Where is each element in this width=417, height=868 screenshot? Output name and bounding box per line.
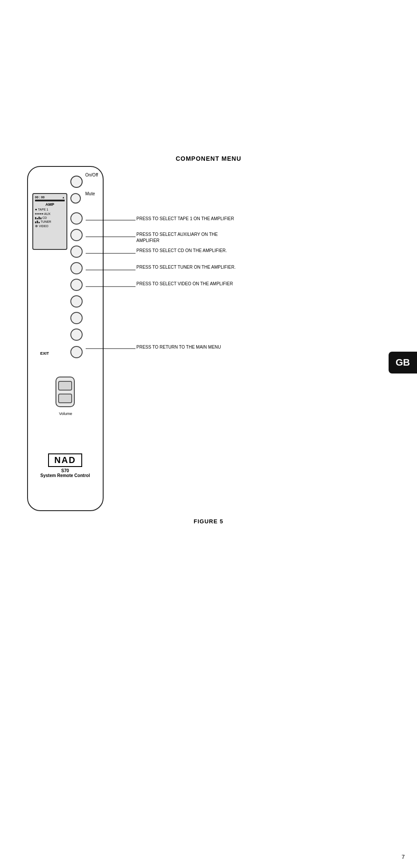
mute-button[interactable]: [70, 193, 81, 204]
callout-cd: PRESS TO SELECT CD ON THE AMPLIFIER.: [136, 248, 227, 254]
extra-button-2[interactable]: [70, 312, 83, 324]
display-tape-row: ● TAPE 1: [35, 207, 65, 211]
volume-up-btn[interactable]: [58, 381, 72, 391]
mute-label: Mute: [85, 191, 95, 196]
display-tuner: TUNER: [41, 220, 51, 223]
display-tape: TAPE 1: [38, 208, 49, 211]
exit-button[interactable]: [70, 346, 83, 358]
tape1-button[interactable]: [70, 212, 83, 225]
component-menu-title: COMPONENT MENU: [176, 155, 241, 162]
extra-button-3[interactable]: [70, 329, 83, 341]
cd-button[interactable]: [70, 246, 83, 258]
figure-label: FIGURE 5: [194, 518, 223, 525]
display-aux: AUX: [44, 212, 50, 215]
volume-wheel[interactable]: [56, 377, 75, 407]
nad-logo: NAD: [48, 453, 82, 467]
display-tuner-row: TUNER: [35, 220, 65, 223]
gb-text: GB: [396, 357, 410, 368]
display-cd: CD: [42, 216, 47, 219]
callout-exit: PRESS TO RETURN TO THE MAIN MENU: [136, 344, 221, 350]
tuner-button[interactable]: [70, 262, 83, 274]
display-bar-1: [35, 200, 65, 201]
aux-button[interactable]: [70, 229, 83, 241]
display-time: 00 : 00: [35, 196, 45, 199]
remote-control-body: 00 : 00 ▲ AMP ● TAPE 1 AUX: [27, 166, 104, 511]
nad-model: S70: [39, 468, 91, 473]
remote-display-screen: 00 : 00 ▲ AMP ● TAPE 1 AUX: [32, 193, 67, 250]
nad-logo-area: NAD S70 System Remote Control: [39, 453, 91, 478]
callout-video: PRESS TO SELECT VIDEO ON THE AMPLIFIER: [136, 281, 233, 287]
exit-label: EXIT: [40, 351, 49, 356]
volume-down-btn[interactable]: [58, 394, 72, 403]
display-video: VIDEO: [39, 225, 49, 228]
callout-tape1: PRESS TO SELECT TAPE 1 ON THE AMPLIFIER: [136, 216, 234, 222]
display-cd-row: CD: [35, 216, 65, 219]
callout-aux: PRESS TO SELECT AUXILIARY ON THE AMPLIFI…: [136, 232, 241, 243]
display-amp: AMP: [35, 202, 65, 207]
gb-badge: GB: [389, 352, 417, 373]
nad-subtitle: System Remote Control: [39, 473, 91, 478]
onoff-button[interactable]: [70, 176, 83, 188]
extra-button-1[interactable]: [70, 295, 83, 308]
page-number: 7: [402, 854, 405, 860]
callout-tuner: PRESS TO SELECT TUNER ON THE AMPLIFIER.: [136, 264, 236, 270]
video-button[interactable]: [70, 279, 83, 291]
volume-label: Volume: [52, 412, 79, 416]
display-aux-row: AUX: [35, 212, 65, 215]
display-video-row: ⊗ VIDEO: [35, 224, 65, 228]
onoff-label: On/Off: [85, 173, 98, 177]
